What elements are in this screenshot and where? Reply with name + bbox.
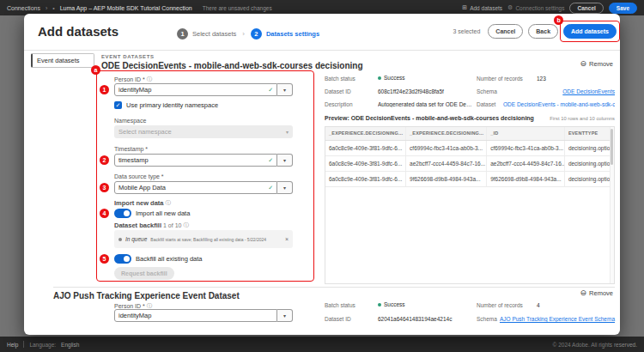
import-toggle-label: Import all new data [136, 209, 190, 217]
help-link[interactable]: Help [7, 342, 18, 348]
namespace-select[interactable]: Select namespace ▾ [114, 125, 293, 138]
batch-status-label-2: Batch status [325, 302, 355, 308]
import-all-new-data-toggle[interactable] [114, 209, 131, 218]
dataset2-title: AJO Push Tracking Experience Event Datas… [53, 291, 240, 300]
timestamp-dropdown-button[interactable]: ▾ [277, 154, 293, 167]
queue-status-dot [118, 238, 122, 241]
table-cell: ae2bcff7-ccc4-4459-84c7-16... [406, 156, 487, 171]
namespace-placeholder: Select namespace [118, 128, 172, 136]
table-cell: ae2bcff7-ccc4-4459-84c7-16... [487, 156, 565, 171]
modal-header-actions: 3 selected Cancel Back b Add datasets [453, 24, 617, 39]
person-id-dropdown-button-2[interactable]: ▾ [277, 309, 293, 322]
table-cell: cf69994c-fbc3-41ca-ab0b-3... [487, 141, 565, 155]
section-eyebrow: EVENT DATASETS [101, 54, 155, 59]
data-source-type-dropdown-button[interactable]: ▾ [277, 181, 293, 194]
annotation-number-4: 4 [100, 209, 109, 218]
stepper: 1 Select datasets › 2 Datasets settings [177, 27, 319, 39]
screen: Connections › • Luma App – AEP Mobile SD… [0, 0, 644, 352]
table-scrollbar[interactable] [610, 127, 614, 283]
preview-table: _EXPERIENCE.DECISIONING... _EXPERIENCE.D… [325, 126, 615, 284]
step-2-circle[interactable]: 2 [251, 28, 262, 39]
column-header: EVENTTYPE [565, 127, 614, 140]
table-row: 6a0c8c9e-409e-3f81-9dfc-6... cf69994c-fb… [325, 141, 614, 156]
import-new-data-label: Import new data ⓘ [114, 199, 171, 207]
person-id-input[interactable]: identityMap ✓ [114, 83, 277, 96]
modal-add-datasets-button[interactable]: Add datasets [563, 24, 617, 39]
language-value[interactable]: English [61, 342, 79, 348]
table-row: 6a0c8c9e-409e-3f81-9dfc-6... 9f626698-d9… [325, 172, 614, 187]
dataset-id-label: Dataset ID [325, 88, 351, 94]
records-label: Number of records [477, 76, 523, 82]
batch-status-value: Success [378, 75, 405, 81]
table-header-row: _EXPERIENCE.DECISIONING... _EXPERIENCE.D… [325, 127, 614, 141]
topbar-add-datasets-action[interactable]: ⊞ Add datasets [462, 4, 502, 11]
table-cell: 6a0c8c9e-409e-3f81-9dfc-6... [325, 141, 406, 155]
table-row: 6a0c8c9e-409e-3f81-9dfc-6... ae2bcff7-cc… [325, 156, 614, 172]
unsaved-changes-text: There are unsaved changes [203, 5, 272, 11]
column-header: _ID [487, 127, 565, 140]
table-cell: decisioning.optio... [565, 141, 614, 155]
step-1-circle[interactable]: 1 [177, 28, 188, 39]
column-header: _EXPERIENCE.DECISIONING... [406, 127, 487, 140]
sidebar-item-event-datasets[interactable]: Event datasets [31, 53, 94, 68]
batch-status-value-2: Success [378, 301, 405, 307]
info-icon[interactable]: ⓘ [166, 199, 172, 207]
success-dot [378, 303, 381, 306]
topbar-save-button[interactable]: Save [609, 3, 637, 14]
queue-status-text: In queue [125, 236, 147, 242]
description-value: Autogenerated data set for ODE DecisionE… [378, 101, 474, 107]
dataset2-remove-button[interactable]: ⊖ Remove [580, 289, 613, 297]
description-label: Description [325, 101, 353, 107]
connection-title: Luma App – AEP Mobile SDK Tutorial Conne… [60, 5, 192, 11]
primary-namespace-checkbox[interactable]: ✓ [114, 101, 122, 109]
info-icon[interactable]: ⓘ [183, 222, 189, 229]
schema-link[interactable]: ODE DecisionEvents [562, 88, 615, 94]
schema-link-2[interactable]: AJO Push Tracking Experience Event Schem… [500, 316, 615, 322]
dataset1-remove-button[interactable]: ⊖ Remove [580, 60, 613, 68]
section-divider [53, 287, 615, 288]
person-id-dropdown-button[interactable]: ▾ [277, 83, 293, 96]
success-dot [378, 76, 381, 80]
table-cell: cf69994c-fbc3-41ca-ab0b-3... [406, 141, 487, 155]
person-id-combobox: identityMap ✓ ▾ [114, 83, 293, 96]
topbar-add-datasets-label: Add datasets [470, 5, 502, 11]
table-cell: 6a0c8c9e-409e-3f81-9dfc-6... [325, 156, 406, 171]
add-datasets-icon: ⊞ [462, 4, 467, 11]
annotation-number-1: 1 [100, 85, 109, 94]
remove-icon: ⊖ [580, 60, 587, 68]
close-icon[interactable]: × [285, 236, 289, 242]
timestamp-input[interactable]: timestamp ✓ [114, 154, 277, 167]
backfill-count: 1 of 10 [163, 222, 181, 228]
info-icon[interactable]: ⓘ [147, 76, 153, 83]
selected-count: 3 selected [453, 28, 480, 34]
request-backfill-button[interactable]: Request backfill [114, 267, 174, 280]
modal-back-button[interactable]: Back [528, 24, 558, 39]
backfill-all-existing-toggle[interactable] [114, 254, 131, 264]
dataset-backfill-label: Dataset backfill 1 of 10 ⓘ [114, 222, 189, 229]
data-source-type-input[interactable]: Mobile App Data ✓ [114, 181, 277, 194]
dataset-id-value: 608c1ff24e23d2f948c8fa5f [378, 88, 444, 94]
step-2-label: Datasets settings [266, 30, 319, 38]
import-toggle-row: Import all new data [114, 209, 190, 218]
timestamp-label: Timestamp * [114, 146, 148, 152]
table-cell: 6a0c8c9e-409e-3f81-9dfc-6... [325, 172, 406, 186]
connection-settings-action[interactable]: ⚙ Connection settings [507, 4, 564, 11]
footer-divider [23, 341, 24, 348]
annotation-badge-a: a [91, 65, 100, 75]
valid-check-icon: ✓ [268, 185, 273, 191]
breadcrumb-connections[interactable]: Connections [7, 5, 40, 11]
table-cell: 9f626698-d9b8-4984-943a... [406, 172, 487, 186]
add-datasets-modal: Add datasets 1 Select datasets › 2 Datas… [24, 14, 620, 335]
step-chevron-icon: › [242, 30, 245, 38]
scrollbar-thumb[interactable] [611, 129, 613, 165]
batch-status-label: Batch status [325, 76, 355, 82]
modal-title: Add datasets [38, 24, 118, 39]
annotation-number-2: 2 [100, 155, 109, 165]
topbar-cancel-button[interactable]: Cancel [569, 3, 603, 14]
modal-cancel-button[interactable]: Cancel [488, 24, 523, 39]
records-value: 123 [537, 76, 546, 82]
column-header: _EXPERIENCE.DECISIONING... [325, 127, 406, 140]
person-id-input-2[interactable]: identityMap [114, 309, 277, 322]
chevron-down-icon: ▾ [286, 129, 289, 135]
dataset-link[interactable]: ODE DecisionEvents - mobile-and-web-sdk-… [503, 101, 615, 107]
